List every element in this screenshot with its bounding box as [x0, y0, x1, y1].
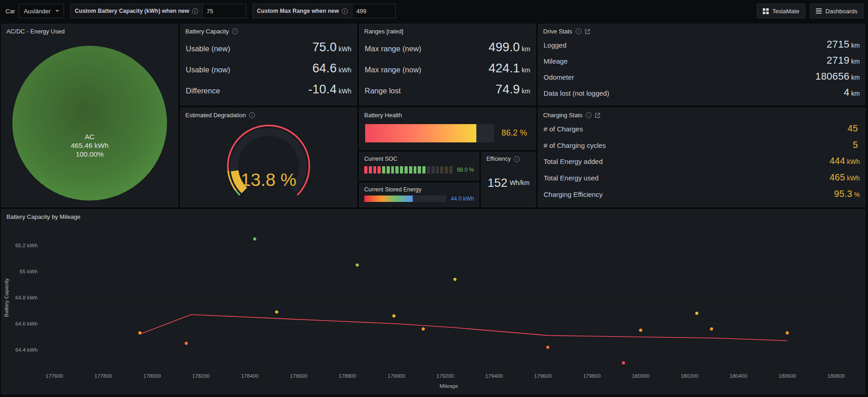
efficiency-unit: Wh/km: [510, 179, 530, 186]
stat-unit: kWh: [339, 66, 351, 74]
panel-stored-energy-header[interactable]: Current Stored Energy: [360, 183, 479, 194]
stat-value: 95.3: [834, 189, 852, 199]
teslamate-button-label: TeslaMate: [772, 8, 799, 15]
stat-value: 75.0: [313, 40, 337, 54]
teslamate-button[interactable]: TeslaMate: [757, 4, 805, 18]
stat-value: 2715: [827, 38, 850, 50]
panel-acdc-header[interactable]: AC/DC - Energy Used: [2, 24, 178, 37]
stat-unit: kWh: [339, 45, 351, 53]
svg-text:180600: 180600: [778, 373, 796, 379]
stat-unit: kWh: [847, 174, 860, 182]
panel-title: Drive Stats: [543, 28, 572, 35]
stat-row: Total Energy added 444kWh: [544, 156, 860, 166]
svg-text:177800: 177800: [94, 373, 112, 379]
stat-value: 5: [853, 140, 858, 150]
panel-charging-stats-header[interactable]: Charging Stats i: [539, 108, 865, 120]
soc-cell: [391, 166, 394, 174]
info-icon[interactable]: i: [514, 156, 520, 162]
svg-text:179800: 179800: [583, 373, 600, 379]
stat-row: Max range (new) 499.0km: [365, 40, 530, 54]
middle-left-stack: Current SOC 68.0 % Current Stored Energy: [359, 152, 479, 207]
stat-value: 45: [847, 123, 858, 134]
stat-row: Data lost (not logged) 4km: [544, 87, 860, 98]
info-icon[interactable]: i: [192, 8, 198, 14]
panel-efficiency: Efficiency i 152 Wh/km: [481, 152, 536, 207]
dashboards-button[interactable]: Dashboards: [810, 4, 863, 18]
stored-energy-fill: [364, 196, 413, 202]
svg-text:65 kWh: 65 kWh: [20, 269, 38, 274]
panel-ranges-header[interactable]: Ranges [rated]: [360, 24, 535, 37]
panel-battery-health-header[interactable]: Battery Health: [360, 108, 535, 120]
battery-health-bar: [365, 124, 494, 142]
info-icon[interactable]: i: [342, 8, 348, 14]
panel-title: AC/DC - Energy Used: [6, 28, 65, 35]
stat-value: 2719: [827, 54, 850, 66]
external-link-icon[interactable]: [585, 29, 590, 34]
stat-label: Difference: [186, 87, 220, 95]
battery-health-body: 86.2 %: [360, 120, 535, 149]
battery-health-fill: [365, 124, 476, 142]
stat-value: 465: [830, 172, 845, 183]
stat-row: Total Energy used 465kWh: [544, 172, 860, 183]
svg-text:180000: 180000: [632, 373, 649, 379]
car-select[interactable]: Ausländer: [19, 4, 64, 18]
panel-battery-health: Battery Health 86.2 %: [359, 108, 536, 150]
mileage-chart-svg[interactable]: 64.4 kWh64.6 kWh64.8 kWh65 kWh65.2 kWh17…: [2, 222, 865, 392]
middle-bottom: Current SOC 68.0 % Current Stored Energy: [359, 152, 536, 207]
soc-body: 68.0 %: [360, 163, 479, 180]
stat-value: 444: [830, 156, 845, 166]
panel-title: Battery Capacity by Mileage: [6, 213, 81, 220]
soc-cell: [373, 166, 377, 174]
stat-unit: kWh: [339, 87, 351, 95]
info-icon[interactable]: i: [576, 28, 582, 34]
svg-text:Mileage: Mileage: [440, 383, 458, 389]
stat-unit: km: [522, 87, 530, 95]
panel-mileage-chart-header[interactable]: Battery Capacity by Mileage: [2, 210, 865, 222]
pie-slice-ac[interactable]: AC 465.46 kWh 100.00%: [12, 46, 167, 201]
stat-label: Logged: [544, 41, 566, 49]
panel-degradation-header[interactable]: Estimated Degradation i: [181, 108, 356, 120]
svg-text:178600: 178600: [290, 373, 307, 379]
soc-cell: [395, 166, 399, 174]
soc-cells: [364, 166, 453, 174]
stat-value: -10.4: [308, 82, 337, 97]
soc-cell: [409, 166, 412, 174]
stat-label: Usable (now): [186, 65, 230, 74]
car-variable: Car Ausländer: [5, 4, 64, 18]
svg-text:178200: 178200: [192, 373, 210, 379]
soc-cell: [431, 166, 435, 174]
stat-label: Range lost: [365, 87, 401, 95]
efficiency-body: 152 Wh/km: [482, 163, 535, 207]
panel-drive-stats-header[interactable]: Drive Stats i: [539, 24, 865, 37]
panel-current-soc: Current SOC 68.0 %: [359, 152, 479, 180]
info-icon[interactable]: i: [249, 112, 255, 118]
stat-row: Mileage 2719km: [544, 54, 860, 66]
svg-text:13.8 %: 13.8 %: [241, 170, 296, 190]
stat-label: # of Charging cycles: [544, 141, 606, 149]
panel-title: Estimated Degradation: [185, 112, 246, 119]
panel-battery-capacity-header[interactable]: Battery Capacity i: [181, 24, 356, 37]
soc-cell: [414, 166, 417, 174]
stat-value: 64.6: [313, 61, 337, 76]
soc-cell: [377, 166, 381, 174]
panel-title: Current Stored Energy: [364, 186, 421, 193]
battery-capacity-input[interactable]: [202, 4, 246, 18]
panel-efficiency-header[interactable]: Efficiency i: [482, 152, 535, 163]
stat-unit: km: [522, 66, 530, 74]
panel-battery-capacity: Battery Capacity i Usable (new) 75.0kWh …: [180, 24, 357, 105]
external-link-icon[interactable]: [595, 113, 600, 118]
panel-ranges: Ranges [rated] Max range (new) 499.0km M…: [359, 24, 536, 105]
max-range-input[interactable]: [352, 4, 396, 18]
panel-current-soc-header[interactable]: Current SOC: [360, 152, 479, 163]
car-variable-label: Car: [5, 4, 19, 18]
degradation-gauge-svg: 13.8 %: [182, 120, 356, 205]
max-range-variable: Custom Max Range when new i: [253, 4, 396, 18]
stat-label: Usable (new): [186, 44, 230, 53]
info-icon[interactable]: i: [586, 112, 592, 118]
panel-title: Efficiency: [486, 156, 511, 162]
pie-label-name: AC: [12, 132, 167, 141]
stat-row: Usable (new) 75.0kWh: [186, 40, 351, 54]
panel-title: Ranges [rated]: [364, 28, 403, 35]
soc-cell: [427, 166, 430, 174]
info-icon[interactable]: i: [232, 28, 238, 34]
